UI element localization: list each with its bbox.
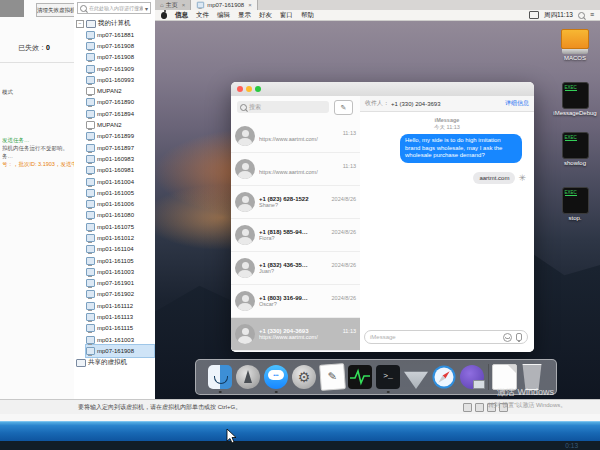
vm-tree-item[interactable]: mp07-161897 <box>86 142 154 153</box>
vm-tree-item[interactable]: mp07-161881 <box>86 29 154 40</box>
conversation-item[interactable]: +1 (818) 585-94…2024/8/26Fiora? <box>231 219 360 252</box>
vm-tree-item[interactable]: mp07-161899 <box>86 131 154 142</box>
minimize-window-button[interactable] <box>246 86 252 92</box>
tab-vm-mp07-161908[interactable]: mp07-161908 × <box>191 0 258 10</box>
clean-invalid-vms-button[interactable]: 清理失效虚拟机 <box>36 3 76 17</box>
spotlight-icon[interactable] <box>578 12 585 19</box>
compose-button[interactable]: ✎ <box>334 100 353 115</box>
menu-window[interactable]: 窗口 <box>280 11 293 20</box>
chevron-down-icon[interactable]: ▾ <box>145 5 148 12</box>
safari-icon <box>432 365 456 389</box>
close-window-button[interactable] <box>237 86 243 92</box>
close-icon[interactable]: × <box>182 2 186 8</box>
vm-tree-item[interactable]: mp01-161003 <box>86 266 154 277</box>
dock-launchpad[interactable] <box>236 362 261 392</box>
vm-tree-item[interactable]: mp07-161909 <box>86 63 154 74</box>
vm-search-input[interactable]: 在此处输入内容进行搜索 ▾ <box>77 2 151 14</box>
close-icon[interactable]: × <box>248 2 252 8</box>
tree-root-shared-vms[interactable]: 共享的虚拟机 <box>76 358 127 367</box>
expired-count: 已失效：0 <box>18 43 50 53</box>
menu-file[interactable]: 文件 <box>196 11 209 20</box>
conversation-item[interactable]: +1 (330) 204-369311:13https://www.aartmt… <box>231 318 360 351</box>
menu-edit[interactable]: 编辑 <box>217 11 230 20</box>
menu-help[interactable]: 帮助 <box>301 11 314 20</box>
conversation-item[interactable]: +1 (803) 316-99…2024/8/26Oscar? <box>231 285 360 318</box>
desktop-icon-macos-drive[interactable]: MACOS <box>553 29 597 61</box>
vm-tree-item[interactable]: mp01-161105 <box>86 255 154 266</box>
apple-logo-icon[interactable] <box>161 12 167 19</box>
executable-icon: EXEC <box>562 187 589 214</box>
conversation-preview: Fiora? <box>259 235 356 241</box>
conversation-item[interactable]: 11:13https://www.aartmt.com/ <box>231 120 360 153</box>
vm-tree-item[interactable]: mp01-161005 <box>86 187 154 198</box>
desktop-icon-showlog[interactable]: EXEC showlog <box>553 132 597 166</box>
vm-tree-item[interactable]: mp01-161080 <box>86 210 154 221</box>
vm-icon <box>86 313 95 321</box>
dock-terminal[interactable]: >_ <box>376 362 401 392</box>
vm-tree-item[interactable]: mp01-161006 <box>86 198 154 209</box>
cd-icon[interactable] <box>475 403 484 412</box>
vm-icon <box>86 65 95 73</box>
dock-safari[interactable] <box>432 362 457 392</box>
vm-tree-item[interactable]: mp07-161908 <box>86 52 154 63</box>
dock-finder[interactable] <box>208 362 233 392</box>
vm-tree-item[interactable]: mp01-160981 <box>86 165 154 176</box>
input-source-icon[interactable] <box>529 11 539 19</box>
desktop-icon-imessagedebug[interactable]: EXEC iMessageDebug <box>553 82 597 116</box>
vm-tree-item[interactable]: mp07-161902 <box>86 289 154 300</box>
microphone-icon[interactable] <box>516 333 522 341</box>
tree-root-my-computer[interactable]: − 我的计算机 <box>76 19 131 28</box>
emoji-icon[interactable] <box>503 333 512 342</box>
message-input[interactable]: iMessage <box>364 330 528 344</box>
zoom-window-button[interactable] <box>255 86 261 92</box>
menu-view[interactable]: 显示 <box>238 11 251 20</box>
dock-messages[interactable] <box>264 362 289 392</box>
vm-tree-item[interactable]: mp01-161112 <box>86 300 154 311</box>
chat-pane: 收件人： +1 (330) 204-3693 详细信息 iMessage 今天 … <box>360 96 534 352</box>
vm-tree-item[interactable]: mp07-161901 <box>86 278 154 289</box>
vm-tree-item[interactable]: mp01-161004 <box>86 176 154 187</box>
sending-spinner-icon: ✳ <box>518 174 526 183</box>
dock-downloads[interactable] <box>404 362 429 392</box>
conversation-item[interactable]: +1 (832) 436-35…2024/8/26Juan? <box>231 252 360 285</box>
menu-buddies[interactable]: 好友 <box>259 11 272 20</box>
vm-tree-item[interactable]: MUPAN2 <box>86 119 154 130</box>
vm-tree-item[interactable]: mp01-160993 <box>86 74 154 85</box>
vm-tree-item[interactable]: mp01-161115 <box>86 323 154 334</box>
info-line: 务… <box>2 152 74 160</box>
hdd-icon[interactable] <box>463 403 472 412</box>
vm-tree-item[interactable]: mp01-161104 <box>86 244 154 255</box>
running-indicator <box>275 391 278 394</box>
dock-system-preferences[interactable]: ⚙ <box>292 362 317 392</box>
dock-network-utility[interactable] <box>460 362 485 392</box>
vm-tree-item[interactable]: mp07-161894 <box>86 108 154 119</box>
vm-icon <box>86 31 95 39</box>
vm-tree-item[interactable]: MUPAN2 <box>86 85 154 96</box>
link-preview-row: aartmt.com ✳ <box>473 172 526 184</box>
vm-tree-item[interactable]: mp01-160983 <box>86 153 154 164</box>
conversation-item[interactable]: 11:13https://www.aartmt.com/ <box>231 153 360 186</box>
dock-preview[interactable]: ✎ <box>320 362 345 392</box>
vm-tree-item[interactable]: mp07-161908 <box>86 345 154 356</box>
messages-search-input[interactable]: 搜索 <box>237 101 329 113</box>
link-preview-bubble[interactable]: aartmt.com <box>473 172 515 184</box>
tab-home[interactable]: ⌂ 主页 × <box>155 0 191 10</box>
vm-tree-item[interactable]: mp07-161908 <box>86 40 154 51</box>
dock-activity-monitor[interactable] <box>348 362 373 392</box>
notification-center-icon[interactable]: ≡ <box>590 12 594 18</box>
vm-tree-item[interactable]: mp01-161003 <box>86 334 154 345</box>
conversation-item[interactable]: +1 (823) 628-15222024/8/26Shane? <box>231 186 360 219</box>
details-link[interactable]: 详细信息 <box>505 99 529 108</box>
window-titlebar[interactable] <box>231 82 534 97</box>
vm-tree-item[interactable]: mp01-161075 <box>86 221 154 232</box>
conversation-text: +1 (823) 628-15222024/8/26Shane? <box>259 196 356 208</box>
vm-tree-item[interactable]: mp07-161890 <box>86 97 154 108</box>
vm-tree-item[interactable]: mp01-161012 <box>86 232 154 243</box>
menu-messages[interactable]: 信息 <box>175 11 188 20</box>
windows-taskbar[interactable] <box>0 421 600 442</box>
collapse-icon[interactable]: − <box>76 20 84 28</box>
recipient-number[interactable]: +1 (330) 204-3693 <box>391 101 503 107</box>
menu-bar-clock[interactable]: 周四11:13 <box>544 11 573 20</box>
desktop-icon-stop[interactable]: EXEC stop. <box>553 187 597 221</box>
vm-tree-item[interactable]: mp01-161113 <box>86 311 154 322</box>
